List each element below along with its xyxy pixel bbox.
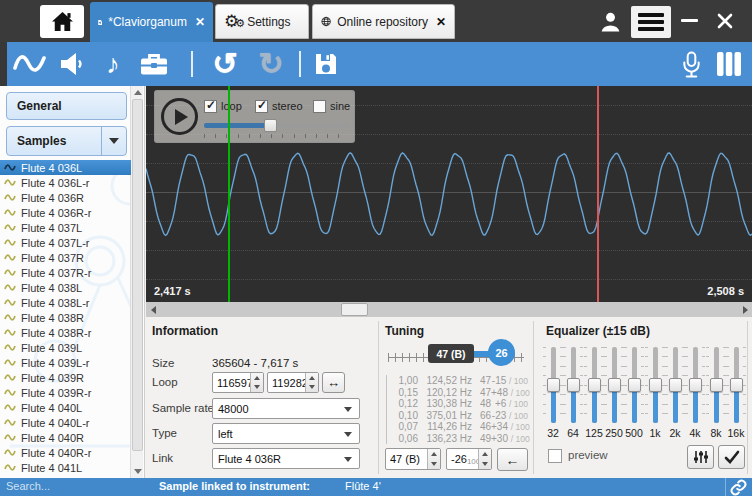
- main-menu-button[interactable]: [631, 6, 671, 38]
- sine-checkbox[interactable]: [313, 100, 326, 113]
- sample-row[interactable]: Flute 4 038L-r: [0, 295, 131, 310]
- apply-equalizer-button[interactable]: [718, 445, 745, 469]
- scroll-right-icon[interactable]: [738, 302, 752, 317]
- user-icon[interactable]: [598, 9, 623, 34]
- keyboard-button[interactable]: [711, 42, 747, 86]
- loop-checkbox[interactable]: [204, 100, 217, 113]
- link-icon[interactable]: [730, 479, 747, 496]
- volume-ticks: [204, 134, 350, 138]
- link-dropdown[interactable]: Flute 4 036R: [212, 448, 360, 469]
- tab-claviorganum[interactable]: *Claviorganum ✕: [90, 2, 213, 42]
- sample-row[interactable]: Flute 4 036R-r: [0, 205, 131, 220]
- swap-loop-points-button[interactable]: ↔: [322, 372, 345, 393]
- tab-settings[interactable]: ⚙⚙ Settings: [215, 4, 309, 39]
- waveform-scrollbar[interactable]: [146, 302, 752, 317]
- sample-row[interactable]: Flute 4 037L: [0, 220, 131, 235]
- sample-row[interactable]: Flute 4 040R: [0, 430, 131, 445]
- eq-slider-handle[interactable]: [608, 378, 621, 392]
- tuning-note-spinbox[interactable]: 47 (B): [385, 448, 441, 470]
- sample-row[interactable]: Flute 4 040L-r: [0, 415, 131, 430]
- tab-online-repository[interactable]: Online repository ✕: [312, 4, 455, 39]
- tab-close-icon[interactable]: ✕: [436, 15, 446, 29]
- save-button[interactable]: [307, 42, 345, 86]
- loop-label: Loop: [152, 376, 178, 388]
- home-button[interactable]: [40, 5, 84, 38]
- sample-row[interactable]: Flute 4 037L-r: [0, 235, 131, 250]
- type-dropdown[interactable]: left: [212, 423, 360, 444]
- scroll-left-icon[interactable]: [146, 302, 160, 317]
- eq-slider-handle[interactable]: [649, 378, 662, 392]
- sample-row[interactable]: Flute 4 040R-r: [0, 445, 131, 460]
- sample-row[interactable]: Flute 4 039R-r: [0, 385, 131, 400]
- spin-up-icon[interactable]: [479, 449, 491, 459]
- eq-slider-handle[interactable]: [669, 378, 682, 392]
- general-section-button[interactable]: General: [6, 92, 127, 120]
- eq-slider-handle[interactable]: [547, 378, 560, 392]
- tab-close-icon[interactable]: ✕: [195, 15, 205, 29]
- eq-slider-handle[interactable]: [588, 378, 601, 392]
- redo-button[interactable]: ↻: [249, 42, 293, 86]
- stereo-checkbox[interactable]: [255, 100, 268, 113]
- spin-up-icon[interactable]: [306, 373, 318, 383]
- preview-checkbox[interactable]: [548, 449, 562, 463]
- music-note-button[interactable]: ♪: [97, 42, 129, 86]
- microphone-button[interactable]: [675, 42, 707, 86]
- eq-slider-handle[interactable]: [710, 378, 723, 392]
- sample-row[interactable]: Flute 4 039L: [0, 340, 131, 355]
- sample-row[interactable]: Flute 4 037R: [0, 250, 131, 265]
- waveform-panel[interactable]: loop stereo sine 2,417 s 2,508 s: [146, 86, 752, 302]
- samples-dropdown-arrow[interactable]: [101, 127, 126, 155]
- samples-scrollbar[interactable]: [130, 86, 143, 478]
- scrollbar-thumb[interactable]: [341, 303, 368, 316]
- minimize-button[interactable]: [681, 19, 698, 22]
- sample-row[interactable]: Flute 4 038R-r: [0, 325, 131, 340]
- equalizer-settings-button[interactable]: [687, 445, 714, 469]
- sample-row[interactable]: Flute 4 036L-r: [0, 175, 131, 190]
- sample-row[interactable]: Flute 4 038L: [0, 280, 131, 295]
- sample-row[interactable]: Flute 4 041L: [0, 460, 131, 475]
- spin-down-icon[interactable]: [251, 383, 263, 393]
- volume-slider[interactable]: [204, 123, 350, 128]
- play-button[interactable]: [161, 98, 198, 135]
- swap-icon: ↔: [327, 375, 340, 390]
- sample-row[interactable]: Flute 4 041L-r: [0, 475, 131, 478]
- spin-down-icon[interactable]: [428, 459, 440, 469]
- eq-slider-handle[interactable]: [567, 378, 580, 392]
- spin-down-icon[interactable]: [479, 459, 491, 469]
- window-close-button[interactable]: [716, 12, 734, 30]
- spin-up-icon[interactable]: [428, 449, 440, 459]
- sample-row[interactable]: Flute 4 038R: [0, 310, 131, 325]
- sample-row[interactable]: Flute 4 039L-r: [0, 355, 131, 370]
- tuning-cents-handle[interactable]: 26: [488, 339, 515, 366]
- sample-row[interactable]: Flute 4 037R-r: [0, 265, 131, 280]
- sample-row[interactable]: Flute 4 039R: [0, 370, 131, 385]
- sample-rate-dropdown[interactable]: 48000: [212, 398, 360, 419]
- scrollbar-thumb[interactable]: [132, 99, 143, 451]
- eq-slider-handle[interactable]: [689, 378, 702, 392]
- speaker-icon: [59, 51, 85, 77]
- tuning-cents-spinbox[interactable]: -26 100: [446, 448, 492, 470]
- eq-slider-handle[interactable]: [730, 378, 743, 392]
- spin-up-icon[interactable]: [251, 373, 263, 383]
- apply-tuning-button[interactable]: ←: [497, 448, 528, 471]
- loop-start-spinbox[interactable]: 116597: [212, 372, 264, 393]
- search-input[interactable]: Search...: [6, 480, 50, 492]
- sample-row[interactable]: Flute 4 036L: [0, 160, 131, 175]
- eq-slider-handle[interactable]: [628, 378, 641, 392]
- scroll-up-icon[interactable]: [134, 90, 142, 95]
- toolbox-button[interactable]: [135, 42, 173, 86]
- loop-end-marker[interactable]: [597, 86, 599, 302]
- loop-start-marker[interactable]: [228, 86, 230, 302]
- sample-row[interactable]: Flute 4 036R: [0, 190, 131, 205]
- loop-end-spinbox[interactable]: 119282: [267, 372, 319, 393]
- volume-handle[interactable]: [264, 119, 277, 132]
- scroll-down-icon[interactable]: [134, 469, 142, 474]
- samples-section-button[interactable]: Samples: [6, 126, 127, 156]
- speaker-button[interactable]: [55, 42, 89, 86]
- harmonic-row: 1,00124,52 Hz47-15 / 100: [390, 375, 528, 387]
- waveform-tool-button[interactable]: [10, 42, 50, 86]
- undo-button[interactable]: ↺: [203, 42, 247, 86]
- sample-row[interactable]: Flute 4 040L: [0, 400, 131, 415]
- spin-down-icon[interactable]: [306, 383, 318, 393]
- wave-icon: [4, 178, 16, 187]
